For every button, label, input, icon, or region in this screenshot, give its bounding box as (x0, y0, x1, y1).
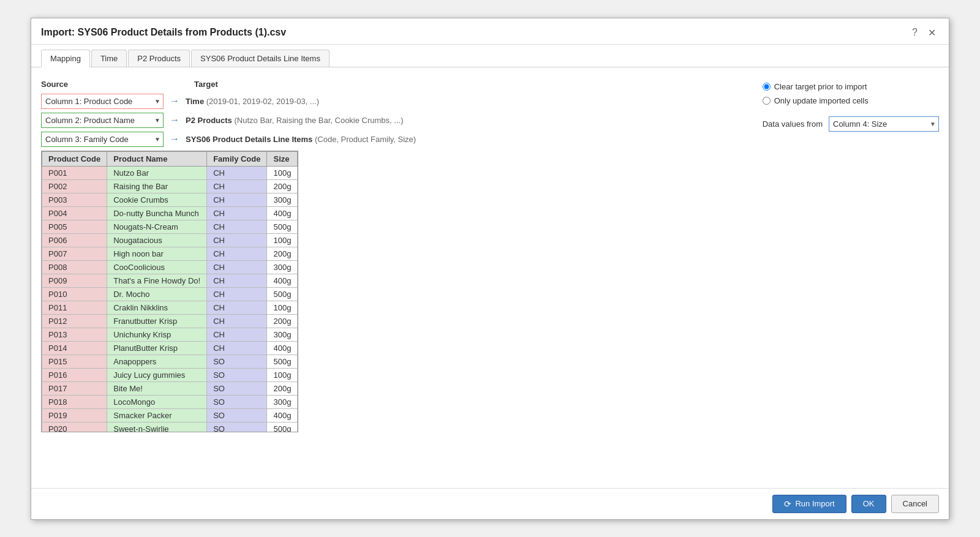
table-cell-col0: P018 (42, 395, 107, 408)
data-values-label: Data values from (763, 119, 823, 129)
mapping-target-3: SYS06 Product Details Line Items (Code, … (186, 135, 416, 144)
table-cell-col3: 300g (267, 395, 298, 408)
ok-button[interactable]: OK (851, 495, 886, 513)
data-table-container: Product Code Product Name Family Code Si… (41, 151, 298, 432)
table-cell-col2: SO (207, 381, 267, 395)
table-row: P005Nougats-N-CreamCH500g (42, 220, 298, 233)
table-cell-col1: Raising the Bar (107, 179, 207, 193)
table-cell-col3: 300g (267, 193, 298, 206)
dialog-title: Import: SYS06 Product Details from Produ… (41, 27, 286, 38)
table-row: P007High noon barCH200g (42, 247, 298, 260)
option-clear-target[interactable]: Clear target prior to import (763, 82, 867, 91)
radio-update-cells[interactable] (763, 97, 771, 105)
table-cell-col0: P005 (42, 220, 107, 233)
table-row: P013Unichunky KrispCH300g (42, 328, 298, 341)
tab-time[interactable]: Time (91, 50, 127, 67)
table-cell-col1: Juicy Lucy gummies (107, 368, 207, 381)
table-header-row: Product Code Product Name Family Code Si… (42, 151, 298, 166)
run-import-button[interactable]: ⟳ Run Import (772, 495, 846, 513)
table-cell-col3: 200g (267, 314, 298, 328)
table-cell-col2: CH (207, 274, 267, 287)
table-cell-col0: P013 (42, 328, 107, 341)
table-cell-col1: That's a Fine Howdy Do! (107, 274, 207, 287)
mapping-arrow-1: → (170, 96, 179, 107)
table-cell-col0: P008 (42, 260, 107, 274)
table-cell-col2: CH (207, 328, 267, 341)
table-row: P015AnapoppersSO500g (42, 355, 298, 368)
table-row: P014PlanutButter KrispCH400g (42, 341, 298, 355)
table-cell-col2: CH (207, 193, 267, 206)
table-cell-col0: P007 (42, 247, 107, 260)
tab-mapping[interactable]: Mapping (41, 50, 90, 67)
mapping-arrow-2: → (170, 115, 179, 126)
table-row: P003Cookie CrumbsCH300g (42, 193, 298, 206)
table-cell-col2: CH (207, 287, 267, 301)
top-section: Source Target Column 1: Product Code → T… (41, 80, 939, 151)
table-cell-col2: SO (207, 422, 267, 432)
table-cell-col2: SO (207, 368, 267, 381)
source-select-3[interactable]: Column 3: Family Code (41, 132, 164, 147)
table-cell-col1: Nougats-N-Cream (107, 220, 207, 233)
col-header-product-name: Product Name (107, 151, 207, 166)
data-table: Product Code Product Name Family Code Si… (42, 151, 298, 432)
table-cell-col3: 500g (267, 220, 298, 233)
radio-clear-target[interactable] (763, 83, 771, 91)
table-cell-col3: 400g (267, 274, 298, 287)
help-icon[interactable]: ? (912, 27, 923, 38)
table-cell-col3: 200g (267, 247, 298, 260)
run-import-label: Run Import (795, 499, 834, 508)
mapping-arrow-3: → (170, 133, 179, 145)
table-cell-col1: Craklin Nikklins (107, 301, 207, 314)
table-cell-col0: P020 (42, 422, 107, 432)
table-cell-col1: Anapoppers (107, 355, 207, 368)
table-cell-col1: Sweet-n-Swirlie (107, 422, 207, 432)
data-values-row: Data values from Column 4: SizeColumn 5:… (763, 116, 939, 132)
update-cells-label: Only update imported cells (774, 96, 869, 105)
table-cell-col3: 200g (267, 381, 298, 395)
table-row: P016Juicy Lucy gummiesSO100g (42, 368, 298, 381)
table-row: P010Dr. MochoCH500g (42, 287, 298, 301)
table-cell-col1: Franutbutter Krisp (107, 314, 207, 328)
mapping-target-2: P2 Products (Nutzo Bar, Raising the Bar,… (186, 116, 403, 125)
table-cell-col0: P011 (42, 301, 107, 314)
section-headers: Source Target (41, 80, 763, 94)
source-select-1[interactable]: Column 1: Product Code (41, 94, 164, 109)
table-row: P002Raising the BarCH200g (42, 179, 298, 193)
table-cell-col2: CH (207, 220, 267, 233)
tab-line-items[interactable]: SYS06 Product Details Line Items (191, 50, 330, 67)
table-cell-col0: P003 (42, 193, 107, 206)
data-values-select-wrapper: Column 4: SizeColumn 5: Other (829, 116, 939, 132)
table-cell-col0: P001 (42, 166, 107, 179)
tab-p2products[interactable]: P2 Products (128, 50, 190, 67)
table-row: P001Nutzo BarCH100g (42, 166, 298, 179)
table-cell-col2: CH (207, 206, 267, 220)
table-cell-col3: 100g (267, 233, 298, 247)
close-icon[interactable]: ✕ (928, 27, 939, 38)
cancel-button[interactable]: Cancel (891, 495, 939, 513)
table-cell-col3: 300g (267, 260, 298, 274)
table-row: P008CooCooliciousCH300g (42, 260, 298, 274)
table-cell-col2: CH (207, 247, 267, 260)
source-select-2[interactable]: Column 2: Product Name (41, 113, 164, 128)
table-cell-col0: P006 (42, 233, 107, 247)
data-values-select[interactable]: Column 4: SizeColumn 5: Other (829, 116, 939, 132)
option-update-cells[interactable]: Only update imported cells (763, 96, 869, 105)
table-cell-col2: SO (207, 408, 267, 422)
mapping-row-1: Column 1: Product Code → Time (2019-01, … (41, 94, 763, 109)
col-header-product-code: Product Code (42, 151, 107, 166)
table-cell-col0: P019 (42, 408, 107, 422)
table-row: P017Bite Me!SO200g (42, 381, 298, 395)
table-cell-col2: CH (207, 314, 267, 328)
left-mapping: Source Target Column 1: Product Code → T… (41, 80, 763, 151)
table-cell-col0: P016 (42, 368, 107, 381)
table-cell-col1: Do-nutty Buncha Munch (107, 206, 207, 220)
clear-target-label: Clear target prior to import (774, 82, 867, 91)
table-cell-col1: High noon bar (107, 247, 207, 260)
source-select-wrapper-3: Column 3: Family Code (41, 132, 164, 147)
table-row: P020Sweet-n-SwirlieSO500g (42, 422, 298, 432)
table-cell-col3: 100g (267, 368, 298, 381)
table-cell-col3: 100g (267, 166, 298, 179)
table-cell-col3: 200g (267, 179, 298, 193)
table-cell-col2: CH (207, 179, 267, 193)
table-cell-col2: SO (207, 395, 267, 408)
